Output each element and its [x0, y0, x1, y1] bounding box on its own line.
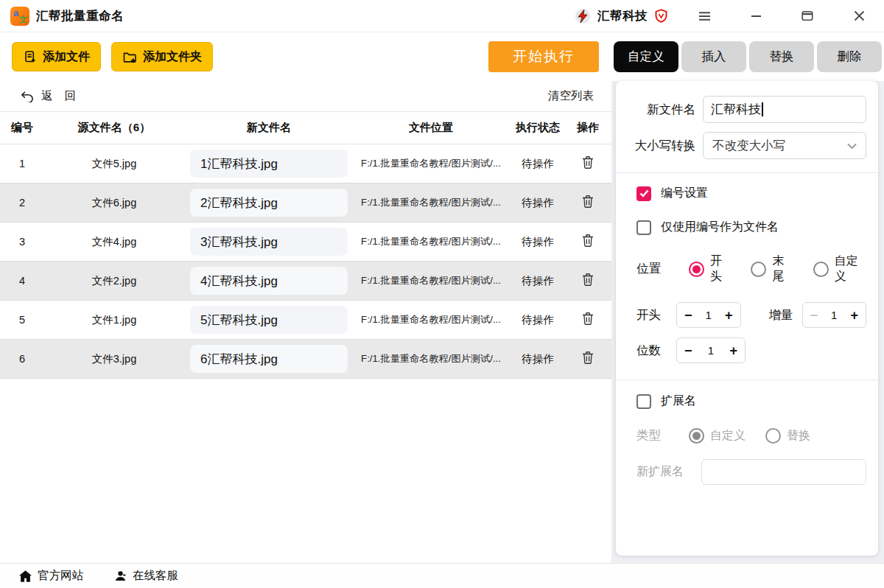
case-convert-value: 不改变大小写 [712, 138, 785, 154]
tab-0[interactable]: 自定义 [614, 41, 678, 72]
only-number-checkbox[interactable]: 仅使用编号作为文件名 [626, 220, 866, 235]
back-button[interactable]: 返 回 [21, 88, 80, 104]
trash-icon[interactable] [582, 156, 594, 169]
tab-3[interactable]: 删除 [817, 41, 882, 72]
header-status: 执行状态 [508, 121, 567, 135]
online-support-label: 在线客服 [133, 568, 178, 584]
plus-button[interactable]: + [850, 309, 858, 322]
trash-icon[interactable] [582, 195, 594, 208]
increment-value[interactable]: 1 [831, 309, 837, 321]
ext-type-option-replace[interactable]: 替换 [765, 428, 810, 444]
tab-2[interactable]: 替换 [749, 41, 814, 72]
checkbox-unchecked-icon [636, 220, 651, 235]
trash-icon[interactable] [582, 273, 594, 286]
row-number: 2 [0, 197, 44, 209]
position-option-start[interactable]: 开头 [689, 253, 731, 284]
official-website-link[interactable]: 官方网站 [19, 568, 83, 584]
position-option-custom[interactable]: 自定义 [813, 253, 866, 284]
only-number-label: 仅使用编号作为文件名 [661, 220, 779, 235]
new-filename-cell[interactable]: 6汇帮科技.jpg [190, 345, 348, 373]
source-filename: 文件3.jpg [44, 352, 184, 366]
digits-value[interactable]: 1 [708, 344, 714, 357]
case-convert-select[interactable]: 不改变大小写 [703, 132, 866, 159]
checkbox-unchecked-icon [636, 394, 651, 409]
trash-icon[interactable] [582, 312, 594, 325]
brand-area: 汇帮科技 [574, 7, 669, 25]
close-icon[interactable] [852, 9, 866, 24]
radio-selected-disabled-icon [689, 428, 704, 444]
plus-button[interactable]: + [729, 344, 737, 357]
new-filename-label: 新文件名 [626, 102, 695, 118]
text-caret [762, 102, 763, 116]
folder-plus-icon [122, 50, 137, 64]
plus-button[interactable]: + [725, 309, 733, 322]
source-filename: 文件6.jpg [44, 196, 184, 210]
status-badge: 待操作 [508, 274, 567, 288]
position-option-end[interactable]: 末尾 [751, 253, 793, 284]
settings-panel-area: 新文件名 汇帮科技 大小写转换 不改变大小写 [611, 81, 884, 563]
new-filename-input[interactable]: 汇帮科技 [703, 96, 866, 123]
new-filename-cell[interactable]: 2汇帮科技.jpg [190, 189, 348, 217]
chevron-down-icon [847, 139, 857, 153]
new-extension-input[interactable] [701, 459, 866, 485]
new-filename-cell[interactable]: 1汇帮科技.jpg [190, 150, 348, 178]
row-number: 5 [0, 314, 44, 326]
file-location: F:/1.批量重命名教程/图片测试/... [354, 196, 508, 209]
checkbox-checked-icon [636, 186, 651, 201]
numbering-checkbox[interactable]: 编号设置 [626, 186, 866, 201]
maximize-icon[interactable] [800, 9, 815, 24]
radio-icon [813, 262, 829, 277]
table-body: 1 文件5.jpg 1汇帮科技.jpg F:/1.批量重命名教程/图片测试/..… [0, 144, 611, 379]
increment-stepper: − 1 + [802, 302, 867, 328]
source-filename: 文件2.jpg [44, 274, 184, 288]
new-filename-cell[interactable]: 3汇帮科技.jpg [190, 228, 348, 256]
online-support-link[interactable]: 在线客服 [114, 568, 178, 584]
numbering-label: 编号设置 [661, 186, 708, 201]
new-filename-cell[interactable]: 4汇帮科技.jpg [190, 267, 348, 295]
new-extension-label: 新扩展名 [636, 464, 692, 480]
list-toolbar: 返 回 清空列表 [0, 81, 611, 112]
table-row: 6 文件3.jpg 6汇帮科技.jpg F:/1.批量重命名教程/图片测试/..… [0, 340, 611, 379]
header-file-location: 文件位置 [354, 121, 508, 135]
header-source-name: 源文件名（6） [44, 121, 184, 135]
file-list-area: 返 回 清空列表 编号 源文件名（6） 新文件名 文件位置 执行状态 操作 1 … [0, 81, 611, 563]
app-window: a文 汇帮批量重命名 汇帮科技 [0, 0, 884, 588]
status-badge: 待操作 [508, 313, 567, 327]
table-row: 1 文件5.jpg 1汇帮科技.jpg F:/1.批量重命名教程/图片测试/..… [0, 144, 611, 183]
minimize-icon[interactable] [748, 9, 763, 24]
source-filename: 文件1.jpg [44, 313, 184, 327]
table-row: 4 文件2.jpg 4汇帮科技.jpg F:/1.批量重命名教程/图片测试/..… [0, 262, 611, 301]
digits-label: 位数 [636, 343, 666, 359]
menu-icon[interactable] [697, 9, 712, 24]
brand-name: 汇帮科技 [597, 8, 648, 24]
add-file-button[interactable]: 添加文件 [12, 42, 101, 71]
minus-button-disabled[interactable]: − [810, 309, 818, 322]
trash-icon[interactable] [582, 234, 594, 247]
minus-button[interactable]: − [684, 309, 692, 322]
clear-list-button[interactable]: 清空列表 [548, 88, 594, 104]
status-badge: 待操作 [508, 196, 567, 210]
tab-1[interactable]: 插入 [681, 41, 746, 72]
table-header: 编号 源文件名（6） 新文件名 文件位置 执行状态 操作 [0, 112, 611, 144]
position-radio-group: 位置 开头 末尾 自定义 [626, 253, 866, 284]
trash-icon[interactable] [582, 351, 594, 364]
new-filename-cell[interactable]: 5汇帮科技.jpg [190, 306, 348, 334]
table-row: 2 文件6.jpg 2汇帮科技.jpg F:/1.批量重命名教程/图片测试/..… [0, 183, 611, 223]
status-badge: 待操作 [508, 235, 567, 249]
extension-checkbox[interactable]: 扩展名 [626, 393, 866, 409]
ext-type-option-custom[interactable]: 自定义 [689, 428, 746, 444]
row-number: 6 [0, 353, 44, 365]
radio-selected-icon [689, 262, 704, 277]
file-location: F:/1.批量重命名教程/图片测试/... [354, 235, 508, 248]
home-icon [19, 570, 32, 582]
document-plus-icon [23, 50, 37, 64]
official-website-label: 官方网站 [38, 568, 83, 584]
add-folder-button[interactable]: 添加文件夹 [111, 42, 213, 71]
minus-button[interactable]: − [684, 344, 692, 357]
custom-settings-card: 新文件名 汇帮科技 大小写转换 不改变大小写 [616, 81, 878, 556]
start-number-value[interactable]: 1 [706, 309, 712, 321]
case-convert-label: 大小写转换 [626, 138, 695, 154]
start-button[interactable]: 开始执行 [488, 41, 599, 72]
header-number: 编号 [0, 121, 44, 135]
source-filename: 文件5.jpg [44, 157, 184, 171]
